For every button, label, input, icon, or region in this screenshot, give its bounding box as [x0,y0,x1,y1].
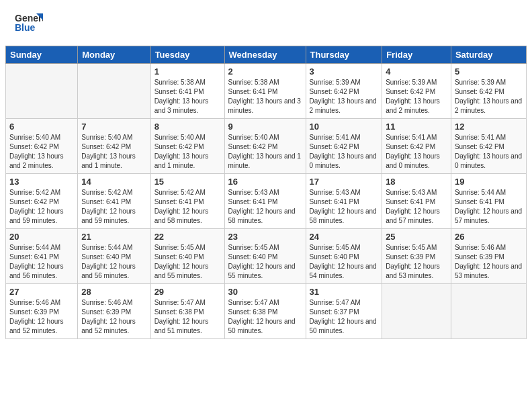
day-info: Sunrise: 5:45 AMSunset: 6:40 PMDaylight:… [154,243,221,281]
calendar-cell: 3Sunrise: 5:39 AMSunset: 6:42 PMDaylight… [306,64,382,119]
calendar-cell: 16Sunrise: 5:43 AMSunset: 6:41 PMDayligh… [224,174,306,229]
day-info: Sunrise: 5:45 AMSunset: 6:39 PMDaylight:… [386,243,447,281]
day-number: 15 [154,177,221,187]
day-number: 7 [81,122,146,132]
day-number: 19 [455,177,523,187]
day-number: 1 [154,66,221,77]
day-number: 10 [310,122,379,132]
calendar-cell [78,64,150,119]
day-number: 13 [9,177,74,187]
weekday-header-sunday: Sunday [6,46,78,64]
day-info: Sunrise: 5:39 AMSunset: 6:42 PMDaylight:… [310,78,379,116]
day-number: 17 [310,177,379,187]
weekday-header-wednesday: Wednesday [224,46,306,64]
day-info: Sunrise: 5:44 AMSunset: 6:41 PMDaylight:… [455,188,523,226]
calendar-cell: 9Sunrise: 5:40 AMSunset: 6:42 PMDaylight… [224,119,306,174]
day-info: Sunrise: 5:39 AMSunset: 6:42 PMDaylight:… [455,78,523,116]
day-info: Sunrise: 5:40 AMSunset: 6:42 PMDaylight:… [81,133,146,171]
calendar-cell: 11Sunrise: 5:41 AMSunset: 6:42 PMDayligh… [382,119,451,174]
day-info: Sunrise: 5:46 AMSunset: 6:39 PMDaylight:… [9,298,74,336]
calendar-week-row: 6Sunrise: 5:40 AMSunset: 6:42 PMDaylight… [6,119,527,174]
day-info: Sunrise: 5:44 AMSunset: 6:40 PMDaylight:… [81,243,146,281]
day-info: Sunrise: 5:43 AMSunset: 6:41 PMDaylight:… [386,188,447,226]
day-number: 26 [455,232,523,242]
day-number: 21 [81,232,146,242]
calendar-cell: 28Sunrise: 5:46 AMSunset: 6:39 PMDayligh… [78,284,150,339]
calendar-cell: 19Sunrise: 5:44 AMSunset: 6:41 PMDayligh… [451,174,526,229]
calendar-cell: 22Sunrise: 5:45 AMSunset: 6:40 PMDayligh… [150,229,224,284]
day-number: 29 [154,287,221,297]
day-info: Sunrise: 5:45 AMSunset: 6:40 PMDaylight:… [228,243,302,281]
logo: General Blue [13,8,46,40]
calendar-cell: 13Sunrise: 5:42 AMSunset: 6:42 PMDayligh… [6,174,78,229]
calendar-cell: 2Sunrise: 5:38 AMSunset: 6:41 PMDaylight… [224,64,306,119]
day-info: Sunrise: 5:46 AMSunset: 6:39 PMDaylight:… [81,298,146,336]
day-info: Sunrise: 5:45 AMSunset: 6:40 PMDaylight:… [310,243,379,281]
calendar-week-row: 13Sunrise: 5:42 AMSunset: 6:42 PMDayligh… [6,174,527,229]
day-number: 4 [386,66,447,77]
day-info: Sunrise: 5:39 AMSunset: 6:42 PMDaylight:… [386,78,447,116]
weekday-header-tuesday: Tuesday [150,46,224,64]
calendar-cell: 10Sunrise: 5:41 AMSunset: 6:42 PMDayligh… [306,119,382,174]
calendar-cell: 17Sunrise: 5:43 AMSunset: 6:41 PMDayligh… [306,174,382,229]
day-number: 6 [9,122,74,132]
day-info: Sunrise: 5:43 AMSunset: 6:41 PMDaylight:… [228,188,302,226]
day-number: 16 [228,177,302,187]
weekday-header-friday: Friday [382,46,451,64]
day-number: 3 [310,66,379,77]
calendar-cell: 18Sunrise: 5:43 AMSunset: 6:41 PMDayligh… [382,174,451,229]
calendar-cell [382,284,451,339]
weekday-header-saturday: Saturday [451,46,526,64]
svg-text:Blue: Blue [15,22,36,33]
day-info: Sunrise: 5:40 AMSunset: 6:42 PMDaylight:… [228,133,302,171]
weekday-header-thursday: Thursday [306,46,382,64]
calendar-cell: 29Sunrise: 5:47 AMSunset: 6:38 PMDayligh… [150,284,224,339]
calendar-cell: 7Sunrise: 5:40 AMSunset: 6:42 PMDaylight… [78,119,150,174]
calendar-cell: 4Sunrise: 5:39 AMSunset: 6:42 PMDaylight… [382,64,451,119]
day-info: Sunrise: 5:41 AMSunset: 6:42 PMDaylight:… [455,133,523,171]
day-number: 25 [386,232,447,242]
weekday-header-monday: Monday [78,46,150,64]
day-number: 28 [81,287,146,297]
header: General Blue [0,0,532,46]
calendar-cell: 27Sunrise: 5:46 AMSunset: 6:39 PMDayligh… [6,284,78,339]
day-info: Sunrise: 5:40 AMSunset: 6:42 PMDaylight:… [154,133,221,171]
day-number: 12 [455,122,523,132]
calendar-cell: 26Sunrise: 5:46 AMSunset: 6:39 PMDayligh… [451,229,526,284]
day-info: Sunrise: 5:47 AMSunset: 6:38 PMDaylight:… [228,298,302,336]
logo-graphic: General Blue [13,8,43,40]
calendar-cell: 21Sunrise: 5:44 AMSunset: 6:40 PMDayligh… [78,229,150,284]
day-number: 24 [310,232,379,242]
day-number: 23 [228,232,302,242]
day-number: 5 [455,66,523,77]
day-number: 14 [81,177,146,187]
day-number: 27 [9,287,74,297]
calendar-cell: 14Sunrise: 5:42 AMSunset: 6:41 PMDayligh… [78,174,150,229]
day-info: Sunrise: 5:42 AMSunset: 6:41 PMDaylight:… [81,188,146,226]
calendar: SundayMondayTuesdayWednesdayThursdayFrid… [5,46,527,339]
day-info: Sunrise: 5:44 AMSunset: 6:41 PMDaylight:… [9,243,74,281]
calendar-cell: 8Sunrise: 5:40 AMSunset: 6:42 PMDaylight… [150,119,224,174]
day-info: Sunrise: 5:42 AMSunset: 6:42 PMDaylight:… [9,188,74,226]
calendar-cell: 24Sunrise: 5:45 AMSunset: 6:40 PMDayligh… [306,229,382,284]
calendar-cell: 6Sunrise: 5:40 AMSunset: 6:42 PMDaylight… [6,119,78,174]
day-number: 9 [228,122,302,132]
day-number: 30 [228,287,302,297]
day-info: Sunrise: 5:47 AMSunset: 6:37 PMDaylight:… [310,298,379,336]
day-info: Sunrise: 5:41 AMSunset: 6:42 PMDaylight:… [386,133,447,171]
calendar-cell: 5Sunrise: 5:39 AMSunset: 6:42 PMDaylight… [451,64,526,119]
day-number: 20 [9,232,74,242]
day-number: 11 [386,122,447,132]
calendar-cell: 12Sunrise: 5:41 AMSunset: 6:42 PMDayligh… [451,119,526,174]
calendar-cell: 20Sunrise: 5:44 AMSunset: 6:41 PMDayligh… [6,229,78,284]
calendar-week-row: 27Sunrise: 5:46 AMSunset: 6:39 PMDayligh… [6,284,527,339]
day-info: Sunrise: 5:41 AMSunset: 6:42 PMDaylight:… [310,133,379,171]
calendar-cell [6,64,78,119]
weekday-header-row: SundayMondayTuesdayWednesdayThursdayFrid… [6,46,527,64]
calendar-cell: 23Sunrise: 5:45 AMSunset: 6:40 PMDayligh… [224,229,306,284]
calendar-cell: 30Sunrise: 5:47 AMSunset: 6:38 PMDayligh… [224,284,306,339]
calendar-cell: 1Sunrise: 5:38 AMSunset: 6:41 PMDaylight… [150,64,224,119]
day-info: Sunrise: 5:38 AMSunset: 6:41 PMDaylight:… [154,78,221,116]
calendar-cell: 25Sunrise: 5:45 AMSunset: 6:39 PMDayligh… [382,229,451,284]
day-number: 2 [228,66,302,77]
